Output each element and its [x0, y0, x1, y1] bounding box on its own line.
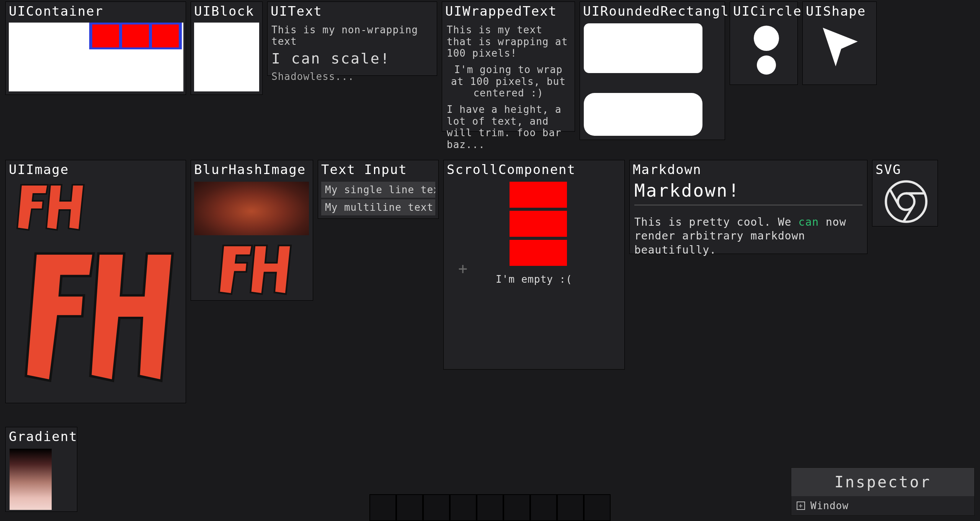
rounded-rect-2 [584, 93, 702, 136]
panel-uiroundedrectangle: UIRoundedRectangle [580, 2, 725, 140]
wrapped-para-3: I have a height, a lot of text, and will… [442, 101, 575, 153]
uicontainer-red-1 [92, 24, 119, 47]
uitext-line-shadowless: Shadowless... [268, 69, 437, 84]
hotbar-slot [369, 494, 396, 521]
wrapped-para-2: I'm going to wrap at 100 pixels, but cen… [442, 62, 575, 101]
panel-title: UICircle [730, 2, 797, 22]
uitext-line-nowrap: This is my non-wrapping text [268, 22, 437, 49]
markdown-rule [634, 205, 862, 205]
blurhash-preview [194, 182, 309, 235]
panel-text-input: Text Input My single line text My multil… [318, 160, 439, 219]
panel-uiwrappedtext: UIWrappedText This is my text that is wr… [442, 2, 575, 132]
panel-uitext: UIText This is my non-wrapping text I ca… [267, 2, 437, 76]
inspector-tree-root-label: Window [810, 500, 849, 511]
panel-title: UIBlock [191, 2, 262, 22]
inspector-panel: Inspector + Window [791, 467, 975, 516]
fh-logo-large [21, 248, 174, 386]
markdown-body: This is pretty cool. We can now render a… [630, 215, 867, 257]
panel-title: UIRoundedRectangle [580, 2, 725, 22]
multi-line-input[interactable]: My multiline text... [321, 199, 435, 215]
uicontainer-red-3 [152, 24, 179, 47]
panel-title: UIWrappedText [442, 2, 575, 22]
panel-title: SVG [872, 160, 938, 180]
arrow-cursor-icon [817, 24, 863, 70]
panel-title: Text Input [318, 160, 438, 180]
inspector-tree-row[interactable]: + Window [791, 496, 974, 515]
fh-logo-small [13, 182, 86, 231]
hotbar [369, 494, 611, 521]
panel-uicircle: UICircle [730, 2, 798, 85]
markdown-body-pre: This is pretty cool. We [634, 216, 799, 228]
gradient-swatch [10, 449, 52, 510]
uiblock-white-box [194, 23, 259, 91]
svg-line-4 [890, 189, 899, 205]
hotbar-slot [557, 494, 584, 521]
circle-1 [754, 26, 779, 51]
panel-title: UIShape [803, 2, 876, 22]
fh-logo-medium [214, 242, 294, 296]
panel-title: Markdown [630, 160, 867, 180]
circle-2 [757, 55, 776, 75]
scroll-item-2[interactable] [510, 211, 567, 237]
panel-uiimage: UIImage [5, 160, 186, 403]
panel-uishape: UIShape [802, 2, 877, 85]
wrapped-para-1: This is my text that is wrapping at 100 … [442, 22, 575, 62]
scroll-empty-label: I'm empty :( [444, 274, 624, 285]
panel-title: ScrollComponent [444, 160, 624, 180]
uitext-line-scale: I can scale! [268, 49, 437, 69]
panel-title: BlurHashImage [191, 160, 313, 180]
panel-svg: SVG [872, 160, 938, 226]
markdown-body-em: can [799, 216, 819, 228]
hotbar-slot [450, 494, 477, 521]
rounded-rect-1 [584, 23, 702, 73]
panel-uiblock: UIBlock [191, 2, 263, 95]
uicontainer-red-2 [122, 24, 149, 47]
scroll-item-1[interactable] [510, 182, 567, 208]
panel-markdown: Markdown Markdown! This is pretty cool. … [629, 160, 867, 254]
panel-blurhashimage: BlurHashImage [191, 160, 313, 301]
hotbar-slot [477, 494, 503, 521]
hotbar-slot [530, 494, 557, 521]
panel-uicontainer: UIContainer [5, 2, 186, 95]
hotbar-slot [584, 494, 611, 521]
scroll-item-3[interactable] [510, 240, 567, 266]
single-line-input[interactable]: My single line text [321, 182, 435, 198]
expand-icon[interactable]: + [797, 501, 805, 510]
hotbar-slot [503, 494, 530, 521]
panel-title: UIText [268, 2, 437, 22]
panel-gradient: Gradient [5, 427, 77, 512]
panel-title: UIImage [6, 160, 186, 180]
panel-title: Gradient [6, 427, 77, 447]
hotbar-slot [423, 494, 450, 521]
inspector-title: Inspector [791, 468, 974, 496]
markdown-heading: Markdown! [630, 180, 867, 203]
hotbar-slot [396, 494, 423, 521]
svg-marker-0 [823, 28, 858, 67]
chrome-logo-icon [883, 179, 929, 225]
panel-scroll-component: ScrollComponent + I'm empty :( [443, 160, 625, 370]
panel-title: UIContainer [6, 2, 186, 22]
